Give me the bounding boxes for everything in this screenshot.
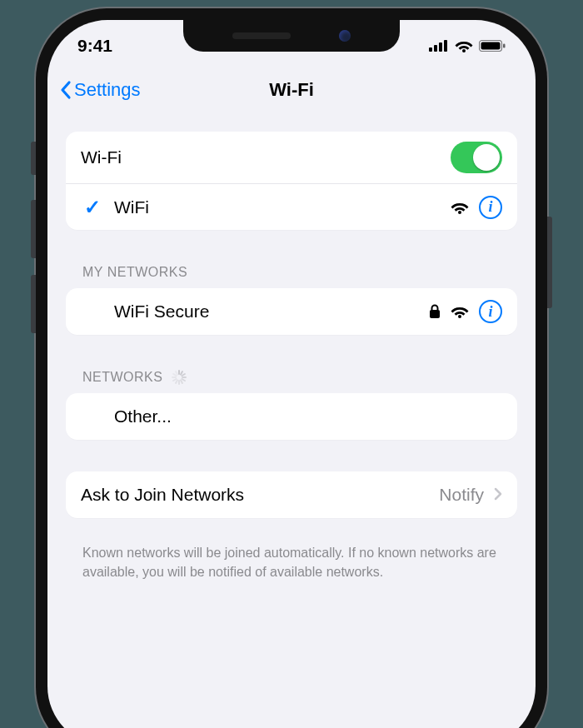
checkmark-icon: ✓: [81, 196, 104, 219]
networks-header-label: NETWORKS: [82, 370, 162, 385]
ask-join-row[interactable]: Ask to Join Networks Notify: [66, 471, 517, 518]
other-network-row[interactable]: Other...: [66, 393, 517, 440]
svg-rect-9: [430, 310, 440, 318]
wifi-main-group: Wi-Fi ✓ WiFi i: [66, 132, 517, 230]
ask-join-footer: Known networks will be joined automatica…: [66, 535, 517, 581]
wifi-toggle-row[interactable]: Wi-Fi: [66, 132, 517, 183]
my-networks-group: WiFi Secure i: [66, 288, 517, 335]
chevron-right-icon: [494, 484, 502, 506]
svg-rect-7: [503, 44, 506, 48]
wifi-status-icon: [455, 39, 473, 52]
chevron-left-icon: [59, 80, 72, 100]
wifi-toggle-label: Wi-Fi: [81, 147, 441, 167]
volume-up-button[interactable]: [31, 200, 36, 258]
back-label: Settings: [74, 79, 141, 101]
wifi-signal-icon: [451, 201, 469, 214]
network-name: WiFi Secure: [114, 302, 419, 322]
networks-header: NETWORKS: [66, 352, 517, 393]
svg-rect-3: [444, 40, 447, 52]
info-icon[interactable]: i: [479, 196, 502, 219]
svg-rect-6: [481, 42, 501, 50]
other-label: Other...: [114, 406, 502, 426]
ask-join-group: Ask to Join Networks Notify: [66, 471, 517, 518]
phone-frame: 9:41: [36, 8, 547, 728]
svg-rect-2: [439, 42, 442, 52]
back-button[interactable]: Settings: [59, 79, 141, 101]
cellular-signal-icon: [429, 40, 449, 52]
my-networks-header: MY NETWORKS: [66, 247, 517, 288]
navigation-bar: Settings Wi-Fi: [47, 65, 536, 115]
connected-network-name: WiFi: [114, 197, 441, 217]
battery-icon: [479, 40, 506, 52]
networks-group: Other...: [66, 393, 517, 440]
side-button[interactable]: [547, 217, 552, 308]
ask-join-label: Ask to Join Networks: [81, 485, 429, 505]
svg-rect-0: [429, 47, 432, 52]
wifi-signal-icon: [451, 305, 469, 318]
notch: [183, 20, 400, 52]
svg-rect-1: [434, 45, 437, 52]
connected-network-row[interactable]: ✓ WiFi i: [66, 183, 517, 230]
wifi-toggle-switch[interactable]: [451, 142, 502, 173]
spinner-icon: [171, 370, 186, 385]
screen: 9:41: [47, 20, 536, 728]
lock-icon: [429, 304, 441, 319]
earpiece-speaker: [232, 32, 291, 39]
status-time: 9:41: [77, 36, 112, 56]
ask-join-value: Notify: [439, 485, 484, 505]
svg-point-4: [462, 49, 466, 52]
network-row[interactable]: WiFi Secure i: [66, 288, 517, 335]
svg-point-8: [458, 211, 461, 214]
front-camera: [339, 30, 351, 42]
volume-down-button[interactable]: [31, 275, 36, 333]
info-icon[interactable]: i: [479, 300, 502, 323]
svg-point-10: [458, 315, 461, 318]
mute-switch[interactable]: [31, 142, 36, 175]
